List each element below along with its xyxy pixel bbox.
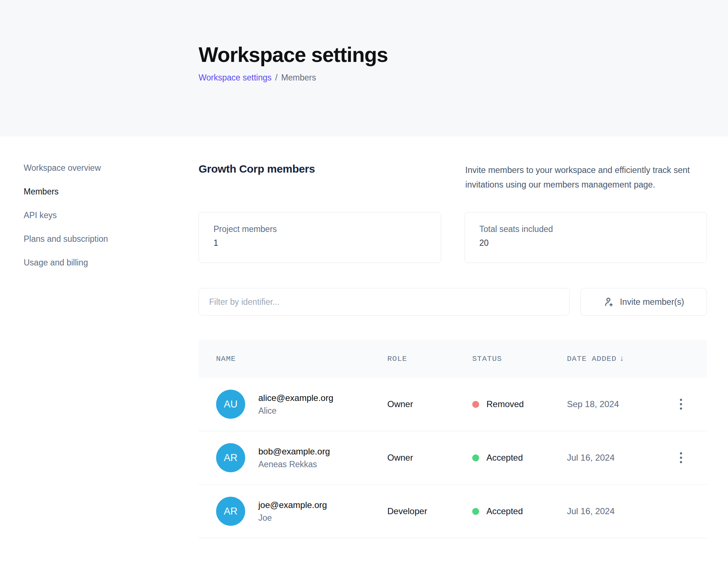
settings-sidebar: Workspace overview Members API keys Plan… [24, 163, 133, 538]
sidebar-item-usage-and-billing[interactable]: Usage and billing [24, 257, 133, 268]
breadcrumb: Workspace settings / Members [199, 73, 728, 83]
members-table: NAME ROLE STATUS DATE ADDED↓ AU alice@ex… [199, 340, 707, 538]
sort-desc-icon: ↓ [619, 355, 625, 363]
member-role: Owner [387, 399, 472, 409]
breadcrumb-separator: / [275, 73, 277, 83]
page-header: Workspace settings Workspace settings / … [0, 0, 728, 137]
stat-label: Project members [214, 224, 426, 234]
page-title: Workspace settings [199, 43, 728, 67]
member-email: bob@example.org [258, 446, 330, 457]
member-role: Developer [387, 506, 472, 516]
member-status: Accepted [472, 453, 567, 463]
sidebar-item-workspace-overview[interactable]: Workspace overview [24, 163, 133, 173]
stat-value: 1 [214, 238, 426, 248]
member-date-added: Jul 16, 2024 [567, 506, 676, 516]
stat-card-total-seats: Total seats included 20 [465, 212, 707, 263]
stat-label: Total seats included [480, 224, 692, 234]
invite-members-button[interactable]: Invite member(s) [580, 288, 707, 316]
stat-card-project-members: Project members 1 [199, 212, 441, 263]
avatar: AU [216, 390, 245, 419]
status-dot-accepted [472, 454, 479, 461]
member-email: joe@example.org [258, 500, 327, 510]
stat-value: 20 [480, 238, 692, 248]
invite-members-label: Invite member(s) [620, 297, 684, 307]
breadcrumb-current: Members [281, 73, 316, 83]
column-header-role: ROLE [387, 355, 472, 363]
avatar: AR [216, 497, 245, 526]
table-row: AR joe@example.org Joe Developer Accepte… [199, 485, 707, 538]
members-heading: Growth Corp members [199, 163, 315, 175]
column-header-status: STATUS [472, 355, 567, 363]
content: Workspace overview Members API keys Plan… [0, 137, 728, 538]
member-role: Owner [387, 453, 472, 463]
member-name: Alice [258, 406, 333, 416]
status-dot-removed [472, 401, 479, 408]
status-label: Accepted [486, 506, 523, 516]
sidebar-item-members[interactable]: Members [24, 186, 133, 197]
members-panel: Growth Corp members Invite members to yo… [199, 163, 707, 538]
person-plus-icon [603, 296, 615, 308]
stat-cards: Project members 1 Total seats included 2… [199, 212, 707, 263]
avatar: AR [216, 443, 245, 472]
table-row: AU alice@example.org Alice Owner Removed… [199, 378, 707, 431]
sidebar-item-api-keys[interactable]: API keys [24, 210, 133, 220]
member-email: alice@example.org [258, 393, 333, 403]
table-row: AR bob@example.org Aeneas Rekkas Owner A… [199, 431, 707, 485]
status-dot-accepted [472, 508, 479, 515]
member-name: Joe [258, 513, 327, 523]
status-label: Removed [486, 399, 524, 409]
filter-input[interactable] [199, 288, 570, 316]
member-date-added: Sep 18, 2024 [567, 399, 676, 409]
sidebar-item-plans-and-subscription[interactable]: Plans and subscription [24, 234, 133, 244]
breadcrumb-link-workspace-settings[interactable]: Workspace settings [199, 73, 271, 83]
member-status: Accepted [472, 506, 567, 516]
status-label: Accepted [486, 453, 523, 463]
members-description: Invite members to your workspace and eff… [465, 163, 707, 192]
member-date-added: Jul 16, 2024 [567, 453, 676, 463]
member-name: Aeneas Rekkas [258, 460, 330, 469]
column-header-date-added[interactable]: DATE ADDED↓ [567, 355, 676, 363]
row-menu-button[interactable] [676, 395, 686, 413]
member-status: Removed [472, 399, 567, 409]
column-header-name: NAME [216, 355, 387, 363]
table-header-row: NAME ROLE STATUS DATE ADDED↓ [199, 340, 707, 378]
row-menu-button[interactable] [676, 449, 686, 467]
